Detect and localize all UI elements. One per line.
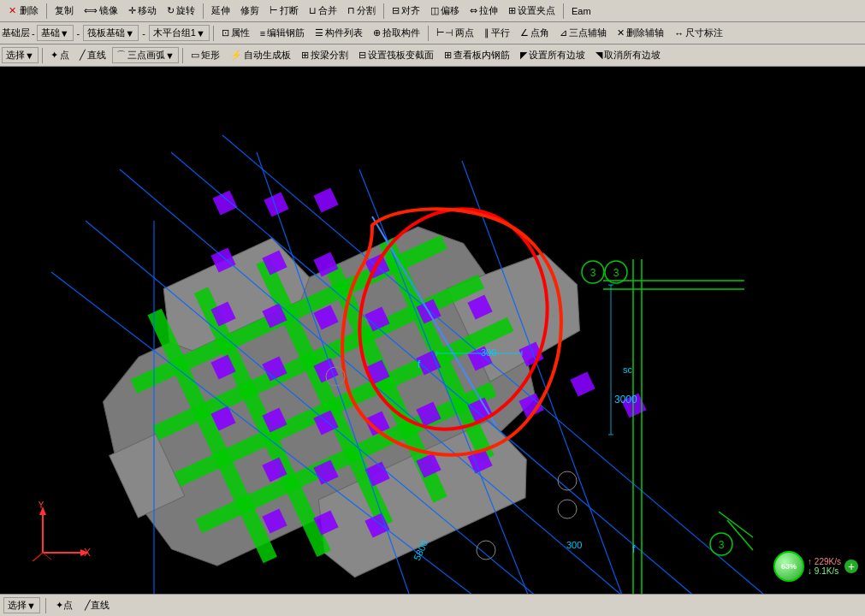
svg-line-101: [43, 553, 51, 560]
download-speed: ↓ 9.1K/s: [808, 566, 841, 576]
three-point-aux-button[interactable]: ⊿ 三点辅轴: [555, 25, 611, 41]
svg-text:sc: sc: [623, 364, 633, 375]
two-point-button[interactable]: ⊢⊣ 两点: [432, 25, 478, 41]
parallel-button[interactable]: ∥ 平行: [480, 25, 514, 41]
platform-dropdown[interactable]: 木平台组1 ▼: [149, 25, 210, 41]
component-list-button[interactable]: ☰ 构件列表: [311, 25, 367, 41]
status-point-icon: ✦: [56, 600, 63, 611]
svg-text:Y: Y: [38, 501, 44, 511]
template-arrow-icon: ▼: [125, 28, 134, 38]
autogen-icon: ⚡: [230, 50, 242, 61]
status-point-button[interactable]: ✦ 点: [51, 597, 77, 613]
layer-dropdown[interactable]: 基础 ▼: [37, 25, 74, 41]
axes-svg: Y X: [26, 501, 94, 561]
mirror-button[interactable]: ⟺ 镜像: [80, 3, 122, 19]
rect-icon: ▭: [191, 50, 199, 61]
angle-icon: ∠: [520, 27, 529, 38]
copy-button[interactable]: 复制: [50, 3, 78, 19]
network-indicator: 63% ↑ 229K/s ↓ 9.1K/s +: [773, 551, 858, 582]
cad-drawing: 3 3 3 5 300 3000 300 5800 sc f f: [0, 67, 865, 616]
merge-button[interactable]: ⊔ 合并: [305, 3, 341, 19]
zoom-level-indicator[interactable]: 63%: [773, 551, 804, 582]
dropdown-arrow-icon: ▼: [60, 28, 69, 38]
auto-gen-button[interactable]: ⚡ 自动生成板: [226, 47, 295, 63]
delete-icon: ✕: [6, 5, 18, 17]
arc-arrow-icon: ▼: [165, 50, 175, 61]
trim-button[interactable]: 修剪: [236, 3, 264, 19]
merge-icon: ⊔: [309, 5, 317, 16]
move-button[interactable]: ✛ 移动: [124, 3, 161, 19]
line-button[interactable]: ╱ 直线: [75, 47, 110, 63]
split-beam-icon: ⊞: [301, 50, 309, 61]
svg-text:3: 3: [590, 267, 596, 279]
set-all-slope-button[interactable]: ◤ 设置所有边坡: [516, 47, 590, 63]
offset-icon: ◫: [430, 5, 439, 16]
svg-line-100: [33, 553, 43, 561]
dimension-button[interactable]: ↔ 尺寸标注: [670, 25, 727, 41]
slope-icon: ◤: [520, 50, 527, 61]
edit-rebar-button[interactable]: ≡ 编辑钢筋: [256, 25, 309, 41]
point-angle-button[interactable]: ∠ 点角: [516, 25, 554, 41]
separator3: [383, 3, 384, 19]
view-rebar-icon: ⊞: [444, 50, 452, 61]
break-icon: ⊢: [270, 5, 278, 16]
break-button[interactable]: ⊢ 打断: [265, 3, 303, 19]
line-icon: ╱: [80, 50, 86, 61]
mirror-icon: ⟺: [84, 5, 98, 16]
layer-separator: -: [32, 28, 35, 38]
up-arrow-icon: ↑: [808, 557, 812, 566]
status-line-icon: ╱: [85, 600, 91, 611]
align-button[interactable]: ⊟ 对齐: [388, 3, 424, 19]
split-icon: ⊓: [347, 5, 355, 16]
rect-button[interactable]: ▭ 矩形: [187, 47, 224, 63]
rebar-icon: ≡: [260, 28, 265, 38]
delete-aux-button[interactable]: ✕ 删除辅轴: [613, 25, 668, 41]
cancel-slope-icon: ◥: [595, 50, 602, 61]
extend-button[interactable]: 延伸: [207, 3, 234, 19]
grip-button[interactable]: ⊞ 设置夹点: [504, 3, 560, 19]
split-by-beam-button[interactable]: ⊞ 按梁分割: [297, 47, 353, 63]
svg-text:X: X: [84, 547, 91, 559]
network-stats: ↑ 229K/s ↓ 9.1K/s: [808, 557, 841, 576]
separator2: [203, 3, 204, 19]
select-arrow-icon: ▼: [25, 50, 34, 61]
delete-button[interactable]: ✕ 删除: [2, 3, 43, 19]
eam-button[interactable]: Eam: [567, 4, 595, 18]
status-line-button[interactable]: ╱ 直线: [80, 597, 114, 613]
offset-button[interactable]: ◫ 偏移: [426, 3, 464, 19]
stretch-icon: ⇔: [470, 5, 477, 16]
cancel-all-slope-button[interactable]: ◥ 取消所有边坡: [591, 47, 665, 63]
view-rebar-button[interactable]: ⊞ 查看板内钢筋: [440, 47, 514, 63]
select-dropdown[interactable]: 选择 ▼: [2, 47, 39, 63]
row2-sep1: -: [77, 28, 80, 38]
split-button[interactable]: ⊓ 分割: [343, 3, 380, 19]
toolbar-row1: ✕ 删除 复制 ⟺ 镜像 ✛ 移动 ↻ 旋转 延伸 修剪 ⊢ 打断: [0, 0, 865, 22]
dim-icon: ↔: [674, 28, 684, 38]
separator4: [563, 3, 564, 19]
rotate-button[interactable]: ↻ 旋转: [163, 3, 199, 19]
svg-text:300: 300: [481, 347, 496, 358]
align-icon: ⊟: [392, 5, 400, 16]
status-sep1: [45, 598, 46, 613]
svg-text:3000: 3000: [614, 394, 637, 406]
move-icon: ✛: [128, 5, 136, 16]
layer-label: 基础层: [2, 27, 30, 39]
template-dropdown[interactable]: 筏板基础 ▼: [83, 25, 139, 41]
pick-component-button[interactable]: ⊕ 拾取构件: [369, 25, 424, 41]
rotate-icon: ↻: [167, 5, 175, 16]
properties-button[interactable]: ⊡ 属性: [217, 25, 254, 41]
twopoint-icon: ⊢⊣: [436, 27, 453, 38]
point-icon: ✦: [50, 50, 58, 61]
row3-sep1: [42, 48, 43, 63]
stretch-button[interactable]: ⇔ 拉伸: [465, 3, 502, 19]
status-select-dropdown[interactable]: 选择 ▼: [3, 597, 40, 613]
status-bar: 选择 ▼ ✦ 点 ╱ 直线: [0, 594, 865, 616]
set-section-button[interactable]: ⊟ 设置筏板变截面: [354, 47, 438, 63]
arc-dropdown[interactable]: ⌒ 三点画弧 ▼: [112, 47, 179, 63]
svg-text:300: 300: [566, 540, 582, 550]
cad-canvas[interactable]: 3 3 3 5 300 3000 300 5800 sc f f: [0, 67, 865, 616]
point-button[interactable]: ✦ 点: [46, 47, 74, 63]
section-icon: ⊟: [358, 50, 366, 61]
network-plus-button[interactable]: +: [844, 560, 858, 573]
arc-icon: ⌒: [116, 49, 126, 62]
